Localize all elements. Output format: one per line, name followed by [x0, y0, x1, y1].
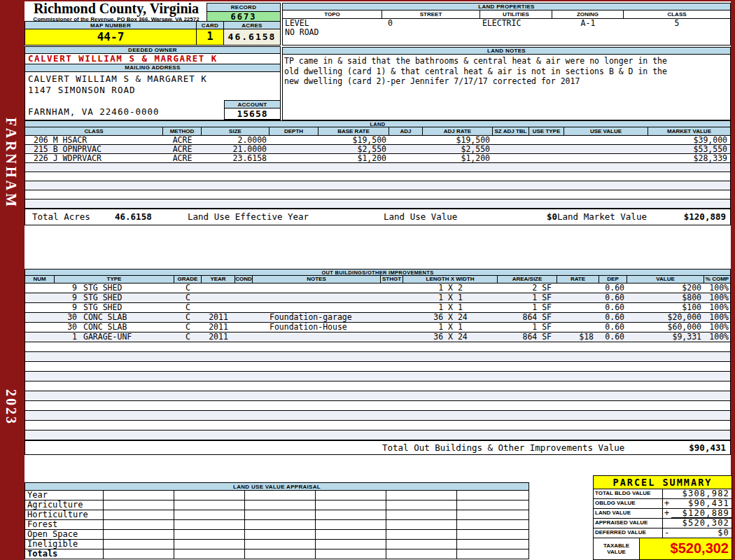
- land-row-1: 206 M HSACR ACRE 2.0000 $19,500 $19,500 …: [24, 136, 731, 145]
- ob-empty-row: [24, 421, 731, 430]
- appraisal-title: LAND USE VALUE APPRAISAL: [24, 482, 529, 491]
- row-label: Open Space: [25, 530, 104, 539]
- ps-value: $308,982: [671, 489, 732, 498]
- appraisal-row-agriculture: Agriculture: [24, 500, 529, 510]
- cell-class: 226 J WDPRVACR: [25, 154, 163, 162]
- cell-grade: C: [174, 332, 202, 342]
- empty-cell: [245, 550, 316, 559]
- cell-value: $60,000: [627, 323, 704, 332]
- cell-grade: C: [174, 293, 202, 302]
- cell-notes: [253, 293, 381, 302]
- ps-label: DEFERRED VALUE: [594, 528, 663, 538]
- appraisal-row-open-space: Open Space: [24, 530, 529, 540]
- empty-cell: [386, 500, 457, 510]
- empty-cell: [457, 550, 528, 559]
- cell-comp: 100%: [704, 284, 730, 293]
- land-market-value: $120,889: [684, 209, 726, 225]
- taxable-label-line1: TAXABLE: [594, 542, 639, 549]
- cell-grade: C: [174, 284, 202, 293]
- land-col-base-rate: BASE RATE: [318, 127, 389, 135]
- empty-cell: [104, 540, 174, 549]
- class-value: 5: [624, 19, 730, 28]
- ob-row-4: 30CONC SLAB C 2011 Foundation-garage 36 …: [24, 313, 731, 323]
- district-name-vertical: FARNHAM: [3, 118, 19, 209]
- ob-empty-row: [24, 391, 731, 401]
- ob-col-num: NUM: [25, 276, 55, 283]
- cell-area: 1 SF: [498, 293, 557, 302]
- ob-col-sthgt: STHGT: [381, 276, 403, 283]
- cell-notes: [253, 303, 381, 312]
- row-label: Totals: [25, 550, 104, 559]
- land-col-depth: DEPTH: [270, 127, 318, 135]
- total-acres-value: 46.6158: [115, 209, 152, 225]
- cell-lxw: 1 X 1: [403, 293, 498, 302]
- cell-comp: 100%: [704, 313, 730, 322]
- empty-cell: [386, 540, 457, 549]
- cell-num: [25, 332, 55, 342]
- cell-notes: [253, 284, 381, 293]
- cell-dep: 0.60: [599, 284, 627, 293]
- ob-row-2: 9STG SHED C 1 X 1 1 SF 0.60 $800 100%: [24, 293, 731, 303]
- land-col-market-value: MARKET VALUE: [648, 127, 730, 135]
- county-title: Richmond County, Virginia: [28, 1, 204, 16]
- land-empty-row: [24, 200, 731, 209]
- ob-type: GARAGE-UNF: [83, 332, 132, 342]
- cell-use-value: [564, 136, 648, 144]
- cell-area: 1 SF: [498, 303, 557, 312]
- empty-cell: [316, 550, 386, 559]
- ps-row-total-bldg: TOTAL BLDG VALUE $308,982: [593, 489, 732, 499]
- cell-notes: Foundation-garage: [253, 313, 381, 322]
- mailing-line-1: CALVERT WILLIAM S & MARGARET K: [25, 74, 280, 85]
- cell-class: 206 M HSACR: [25, 136, 163, 144]
- cell-comp: 100%: [704, 323, 730, 332]
- empty-cell: [316, 510, 386, 519]
- land-col-use-type: USE TYPE: [529, 127, 564, 135]
- ps-operator: +: [663, 509, 671, 518]
- cell-dep: 0.60: [599, 313, 627, 322]
- col-utilities: UTILITIES: [480, 10, 552, 18]
- parcel-summary: PARCEL SUMMARY TOTAL BLDG VALUE $308,982…: [593, 475, 732, 560]
- ps-value: $90,431: [671, 499, 732, 508]
- cell-method: ACRE: [163, 145, 202, 153]
- ob-row-3: 9STG SHED C 1 X 1 1 SF 0.60 $100 100%: [24, 303, 731, 313]
- cell-area: 864 SF: [498, 313, 557, 322]
- row-label: Forest: [25, 520, 104, 529]
- cell-area: 864 SF: [498, 332, 557, 342]
- ps-value: $0: [671, 528, 732, 538]
- ob-num: 9: [55, 303, 77, 312]
- cell-value: $100: [627, 303, 704, 312]
- empty-cell: [104, 510, 174, 519]
- empty-cell: [174, 550, 245, 559]
- land-table-title: LAND: [24, 120, 731, 127]
- account-value: 15658: [224, 108, 281, 120]
- empty-cell: [104, 520, 174, 529]
- appraisal-row-year: Year: [24, 491, 529, 500]
- cell-grade: C: [174, 303, 202, 312]
- cell-sz-adj: [493, 145, 529, 153]
- land-notes-line-3: new dwelling (card 2)-per Jennifer 7/17/…: [284, 76, 730, 87]
- cell-value: $200: [627, 284, 704, 293]
- cell-type: 9STG SHED: [55, 293, 174, 302]
- cell-market-value: $39,000: [648, 136, 730, 144]
- empty-cell: [316, 491, 386, 500]
- ob-row-1: 9STG SHED C 1 X 2 2 SF 0.60 $200 100%: [24, 284, 731, 293]
- ob-num: 30: [55, 323, 77, 332]
- appraisal-row-forest: Forest: [24, 520, 529, 530]
- empty-cell: [174, 491, 245, 500]
- ps-label: OBLDG VALUE: [594, 499, 663, 508]
- cell-sthgt: [381, 332, 403, 342]
- record-label: RECORD: [206, 3, 281, 12]
- empty-cell: [245, 520, 316, 529]
- empty-cell: [104, 491, 174, 500]
- map-card-acres: MAP NUMBER CARD ACRES 44-7 1 46.6158: [24, 21, 281, 46]
- cell-method: ACRE: [163, 136, 202, 144]
- ob-col-notes: NOTES: [253, 276, 381, 283]
- empty-cell: [386, 510, 457, 519]
- land-table: LAND CLASS METHOD SIZE DEPTH BASE RATE A…: [24, 120, 731, 209]
- cell-lxw: 1 X 1: [403, 323, 498, 332]
- cell-grade: C: [174, 323, 202, 332]
- out-buildings-title: OUT BUILDINGS/OTHER IMPROVEMENTS: [24, 269, 731, 276]
- ob-empty-row: [24, 382, 731, 391]
- land-col-class: CLASS: [25, 127, 163, 135]
- ps-operator: -: [663, 528, 671, 538]
